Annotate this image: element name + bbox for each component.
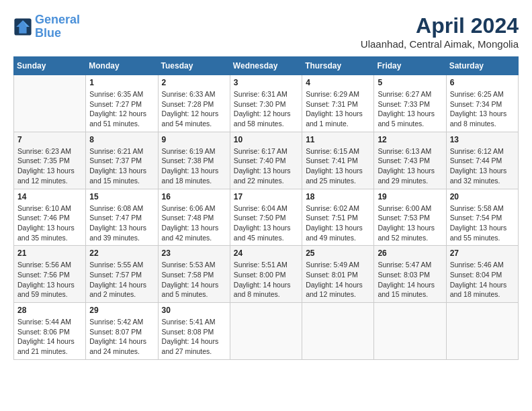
day-detail: Sunrise: 6:02 AM Sunset: 7:51 PM Dayligh… [306,203,370,243]
day-number: 29 [89,306,154,315]
day-detail: Sunrise: 5:51 AM Sunset: 8:00 PM Dayligh… [234,260,298,300]
location-subtitle: Ulaanhad, Central Aimak, Mongolia [361,38,519,50]
calendar-cell: 5Sunrise: 6:27 AM Sunset: 7:33 PM Daylig… [374,75,446,132]
day-number: 6 [450,78,515,87]
day-detail: Sunrise: 5:41 AM Sunset: 8:08 PM Dayligh… [162,317,226,357]
day-number: 21 [17,248,82,258]
day-detail: Sunrise: 6:31 AM Sunset: 7:30 PM Dayligh… [234,89,298,129]
day-number: 2 [162,78,226,87]
weekday-header-monday: Monday [86,57,158,75]
calendar-cell: 9Sunrise: 6:19 AM Sunset: 7:38 PM Daylig… [158,132,230,189]
calendar-cell: 15Sunrise: 6:08 AM Sunset: 7:47 PM Dayli… [86,189,158,246]
title-block: April 2024 Ulaanhad, Central Aimak, Mong… [361,13,519,50]
calendar-cell: 11Sunrise: 6:15 AM Sunset: 7:41 PM Dayli… [302,132,374,189]
calendar-cell: 22Sunrise: 5:55 AM Sunset: 7:57 PM Dayli… [86,246,158,303]
day-number: 9 [162,135,226,144]
day-detail: Sunrise: 6:23 AM Sunset: 7:35 PM Dayligh… [17,146,82,186]
calendar-cell: 4Sunrise: 6:29 AM Sunset: 7:31 PM Daylig… [302,75,374,132]
page-header: General Blue April 2024 Ulaanhad, Centra… [13,13,519,50]
day-detail: Sunrise: 6:06 AM Sunset: 7:48 PM Dayligh… [162,203,226,243]
day-detail: Sunrise: 6:08 AM Sunset: 7:47 PM Dayligh… [89,203,154,243]
day-detail: Sunrise: 5:44 AM Sunset: 8:06 PM Dayligh… [17,317,82,357]
calendar-table: SundayMondayTuesdayWednesdayThursdayFrid… [13,56,519,360]
calendar-cell: 30Sunrise: 5:41 AM Sunset: 8:08 PM Dayli… [158,303,230,360]
day-detail: Sunrise: 5:46 AM Sunset: 8:04 PM Dayligh… [450,260,515,300]
day-detail: Sunrise: 6:17 AM Sunset: 7:40 PM Dayligh… [234,146,298,186]
calendar-cell: 19Sunrise: 6:00 AM Sunset: 7:53 PM Dayli… [374,189,446,246]
calendar-cell: 20Sunrise: 5:58 AM Sunset: 7:54 PM Dayli… [446,189,518,246]
calendar-cell: 10Sunrise: 6:17 AM Sunset: 7:40 PM Dayli… [230,132,302,189]
day-detail: Sunrise: 6:21 AM Sunset: 7:37 PM Dayligh… [89,146,154,186]
weekday-header-saturday: Saturday [446,57,518,75]
weekday-header-tuesday: Tuesday [158,57,230,75]
calendar-cell: 3Sunrise: 6:31 AM Sunset: 7:30 PM Daylig… [230,75,302,132]
day-number: 10 [234,135,298,144]
calendar-cell: 16Sunrise: 6:06 AM Sunset: 7:48 PM Dayli… [158,189,230,246]
calendar-cell [14,75,86,132]
day-detail: Sunrise: 6:00 AM Sunset: 7:53 PM Dayligh… [378,203,442,243]
day-number: 19 [378,192,442,201]
day-number: 25 [306,248,370,258]
calendar-cell: 8Sunrise: 6:21 AM Sunset: 7:37 PM Daylig… [86,132,158,189]
day-number: 7 [17,135,82,144]
day-number: 5 [378,78,442,87]
day-number: 13 [450,135,515,144]
day-number: 12 [378,135,442,144]
calendar-cell: 13Sunrise: 6:12 AM Sunset: 7:44 PM Dayli… [446,132,518,189]
calendar-cell: 24Sunrise: 5:51 AM Sunset: 8:00 PM Dayli… [230,246,302,303]
calendar-cell: 17Sunrise: 6:04 AM Sunset: 7:50 PM Dayli… [230,189,302,246]
month-year-title: April 2024 [361,13,519,38]
weekday-header-row: SundayMondayTuesdayWednesdayThursdayFrid… [14,57,519,75]
day-number: 16 [162,192,226,201]
day-detail: Sunrise: 6:15 AM Sunset: 7:41 PM Dayligh… [306,146,370,186]
day-detail: Sunrise: 5:49 AM Sunset: 8:01 PM Dayligh… [306,260,370,300]
weekday-header-sunday: Sunday [14,57,86,75]
calendar-cell: 28Sunrise: 5:44 AM Sunset: 8:06 PM Dayli… [14,303,86,360]
day-detail: Sunrise: 6:27 AM Sunset: 7:33 PM Dayligh… [378,89,442,129]
day-number: 30 [162,306,226,315]
day-detail: Sunrise: 5:53 AM Sunset: 7:58 PM Dayligh… [162,260,226,300]
calendar-cell: 2Sunrise: 6:33 AM Sunset: 7:28 PM Daylig… [158,75,230,132]
calendar-cell: 12Sunrise: 6:13 AM Sunset: 7:43 PM Dayli… [374,132,446,189]
day-number: 4 [306,78,370,87]
day-number: 27 [450,248,515,258]
calendar-week-row: 1Sunrise: 6:35 AM Sunset: 7:27 PM Daylig… [14,75,519,132]
day-number: 24 [234,248,298,258]
day-detail: Sunrise: 6:04 AM Sunset: 7:50 PM Dayligh… [234,203,298,243]
calendar-cell: 29Sunrise: 5:42 AM Sunset: 8:07 PM Dayli… [86,303,158,360]
calendar-cell: 21Sunrise: 5:56 AM Sunset: 7:56 PM Dayli… [14,246,86,303]
day-number: 17 [234,192,298,201]
day-detail: Sunrise: 5:58 AM Sunset: 7:54 PM Dayligh… [450,203,515,243]
day-detail: Sunrise: 6:35 AM Sunset: 7:27 PM Dayligh… [89,89,154,129]
weekday-header-friday: Friday [374,57,446,75]
day-detail: Sunrise: 6:12 AM Sunset: 7:44 PM Dayligh… [450,146,515,186]
day-number: 15 [89,192,154,201]
day-detail: Sunrise: 6:29 AM Sunset: 7:31 PM Dayligh… [306,89,370,129]
day-number: 18 [306,192,370,201]
calendar-cell: 7Sunrise: 6:23 AM Sunset: 7:35 PM Daylig… [14,132,86,189]
calendar-cell: 25Sunrise: 5:49 AM Sunset: 8:01 PM Dayli… [302,246,374,303]
calendar-week-row: 28Sunrise: 5:44 AM Sunset: 8:06 PM Dayli… [14,303,519,360]
calendar-cell [374,303,446,360]
calendar-cell [302,303,374,360]
weekday-header-wednesday: Wednesday [230,57,302,75]
day-detail: Sunrise: 6:13 AM Sunset: 7:43 PM Dayligh… [378,146,442,186]
logo-icon [13,17,32,36]
day-number: 22 [89,248,154,258]
logo-name: General Blue [35,13,80,40]
day-detail: Sunrise: 5:55 AM Sunset: 7:57 PM Dayligh… [89,260,154,300]
calendar-cell: 6Sunrise: 6:25 AM Sunset: 7:34 PM Daylig… [446,75,518,132]
day-detail: Sunrise: 6:10 AM Sunset: 7:46 PM Dayligh… [17,203,82,243]
day-number: 28 [17,306,82,315]
day-number: 20 [450,192,515,201]
day-detail: Sunrise: 6:19 AM Sunset: 7:38 PM Dayligh… [162,146,226,186]
day-number: 3 [234,78,298,87]
day-number: 26 [378,248,442,258]
day-detail: Sunrise: 5:47 AM Sunset: 8:03 PM Dayligh… [378,260,442,300]
day-number: 14 [17,192,82,201]
calendar-week-row: 7Sunrise: 6:23 AM Sunset: 7:35 PM Daylig… [14,132,519,189]
calendar-week-row: 21Sunrise: 5:56 AM Sunset: 7:56 PM Dayli… [14,246,519,303]
calendar-cell: 14Sunrise: 6:10 AM Sunset: 7:46 PM Dayli… [14,189,86,246]
day-number: 11 [306,135,370,144]
day-number: 1 [89,78,154,87]
